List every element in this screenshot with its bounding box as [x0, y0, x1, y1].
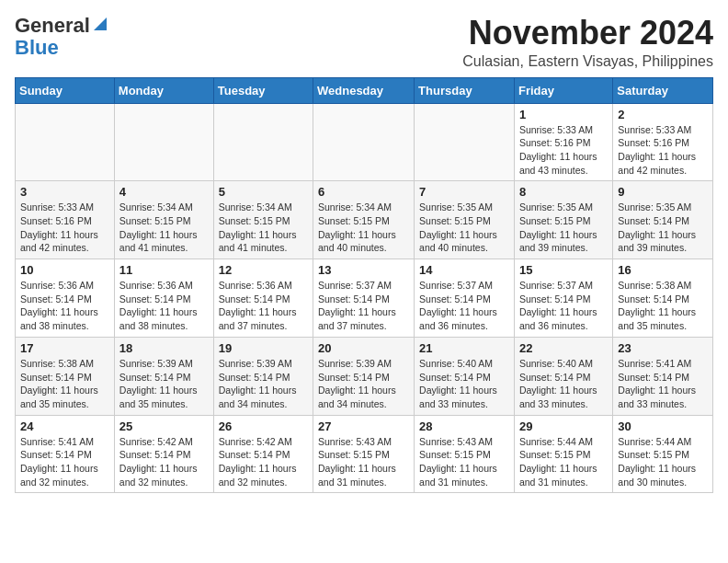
day-number: 2: [618, 108, 708, 121]
cell-info: Sunrise: 5:44 AMSunset: 5:15 PMDaylight:…: [519, 435, 608, 489]
cell-info: Sunrise: 5:33 AMSunset: 5:16 PMDaylight:…: [618, 123, 708, 178]
day-number: 12: [219, 263, 308, 277]
weekday-header-tuesday: Tuesday: [213, 77, 313, 103]
cell-info: Sunrise: 5:41 AMSunset: 5:14 PMDaylight:…: [20, 435, 109, 489]
cell-info: Sunrise: 5:39 AMSunset: 5:14 PMDaylight:…: [219, 357, 308, 411]
day-number: 24: [20, 419, 109, 433]
calendar-cell: [415, 103, 515, 181]
day-number: 18: [119, 341, 209, 355]
day-number: 16: [618, 263, 708, 277]
calendar-cell: 26Sunrise: 5:42 AMSunset: 5:14 PMDayligh…: [213, 415, 313, 493]
cell-info: Sunrise: 5:33 AMSunset: 5:16 PMDaylight:…: [20, 201, 109, 255]
cell-info: Sunrise: 5:34 AMSunset: 5:15 PMDaylight:…: [219, 201, 308, 255]
calendar-week-row: 24Sunrise: 5:41 AMSunset: 5:14 PMDayligh…: [16, 415, 713, 493]
cell-info: Sunrise: 5:44 AMSunset: 5:15 PMDaylight:…: [618, 435, 708, 489]
cell-info: Sunrise: 5:39 AMSunset: 5:14 PMDaylight:…: [318, 357, 409, 411]
cell-info: Sunrise: 5:42 AMSunset: 5:14 PMDaylight:…: [119, 435, 209, 489]
day-number: 9: [618, 185, 708, 199]
logo-triangle-icon: [92, 16, 108, 32]
calendar-cell: 5Sunrise: 5:34 AMSunset: 5:15 PMDaylight…: [213, 181, 313, 259]
day-number: 27: [318, 419, 409, 433]
cell-info: Sunrise: 5:43 AMSunset: 5:15 PMDaylight:…: [318, 435, 409, 489]
calendar-cell: 28Sunrise: 5:43 AMSunset: 5:15 PMDayligh…: [415, 415, 515, 493]
cell-info: Sunrise: 5:43 AMSunset: 5:15 PMDaylight:…: [419, 435, 509, 489]
cell-info: Sunrise: 5:35 AMSunset: 5:15 PMDaylight:…: [519, 201, 608, 255]
day-number: 11: [119, 263, 209, 277]
logo-text-blue: Blue: [15, 36, 59, 59]
weekday-header-saturday: Saturday: [613, 77, 713, 103]
cell-info: Sunrise: 5:40 AMSunset: 5:14 PMDaylight:…: [519, 357, 608, 411]
calendar-week-row: 1Sunrise: 5:33 AMSunset: 5:16 PMDaylight…: [16, 103, 713, 181]
cell-info: Sunrise: 5:36 AMSunset: 5:14 PMDaylight:…: [20, 279, 109, 333]
calendar-cell: 13Sunrise: 5:37 AMSunset: 5:14 PMDayligh…: [313, 259, 415, 338]
day-number: 29: [519, 419, 608, 433]
calendar-table: SundayMondayTuesdayWednesdayThursdayFrid…: [15, 77, 713, 494]
day-number: 22: [519, 341, 608, 355]
day-number: 6: [318, 185, 409, 199]
calendar-week-row: 17Sunrise: 5:38 AMSunset: 5:14 PMDayligh…: [16, 337, 713, 415]
calendar-cell: 21Sunrise: 5:40 AMSunset: 5:14 PMDayligh…: [415, 337, 515, 415]
location: Culasian, Eastern Visayas, Philippines: [462, 53, 713, 70]
calendar-week-row: 3Sunrise: 5:33 AMSunset: 5:16 PMDaylight…: [16, 181, 713, 259]
day-number: 14: [419, 263, 509, 277]
calendar-cell: 2Sunrise: 5:33 AMSunset: 5:16 PMDaylight…: [613, 103, 713, 181]
cell-info: Sunrise: 5:39 AMSunset: 5:14 PMDaylight:…: [119, 357, 209, 411]
day-number: 7: [419, 185, 509, 199]
logo: General Blue: [15, 15, 108, 59]
day-number: 20: [318, 341, 409, 355]
day-number: 13: [318, 263, 409, 277]
day-number: 17: [20, 341, 109, 355]
day-number: 8: [519, 185, 608, 199]
calendar-cell: [16, 103, 115, 181]
calendar-cell: 10Sunrise: 5:36 AMSunset: 5:14 PMDayligh…: [16, 259, 115, 338]
calendar-week-row: 10Sunrise: 5:36 AMSunset: 5:14 PMDayligh…: [16, 259, 713, 338]
cell-info: Sunrise: 5:33 AMSunset: 5:16 PMDaylight:…: [519, 123, 608, 178]
calendar-cell: [114, 103, 213, 181]
logo-text-general: General: [15, 15, 90, 37]
calendar-cell: 7Sunrise: 5:35 AMSunset: 5:15 PMDaylight…: [415, 181, 515, 259]
calendar-cell: 29Sunrise: 5:44 AMSunset: 5:15 PMDayligh…: [514, 415, 612, 493]
svg-marker-0: [94, 17, 107, 30]
weekday-header-friday: Friday: [514, 77, 612, 103]
calendar-cell: 1Sunrise: 5:33 AMSunset: 5:16 PMDaylight…: [514, 103, 612, 181]
day-number: 15: [519, 263, 608, 277]
day-number: 10: [20, 263, 109, 277]
calendar-cell: 9Sunrise: 5:35 AMSunset: 5:14 PMDaylight…: [613, 181, 713, 259]
day-number: 30: [618, 419, 708, 433]
calendar-cell: 15Sunrise: 5:37 AMSunset: 5:14 PMDayligh…: [514, 259, 612, 338]
calendar-cell: 19Sunrise: 5:39 AMSunset: 5:14 PMDayligh…: [213, 337, 313, 415]
month-year: November 2024: [462, 15, 713, 52]
cell-info: Sunrise: 5:35 AMSunset: 5:15 PMDaylight:…: [419, 201, 509, 255]
calendar-cell: 12Sunrise: 5:36 AMSunset: 5:14 PMDayligh…: [213, 259, 313, 338]
day-number: 3: [20, 185, 109, 199]
calendar-cell: 24Sunrise: 5:41 AMSunset: 5:14 PMDayligh…: [16, 415, 115, 493]
cell-info: Sunrise: 5:36 AMSunset: 5:14 PMDaylight:…: [119, 279, 209, 333]
cell-info: Sunrise: 5:37 AMSunset: 5:14 PMDaylight:…: [419, 279, 509, 333]
calendar-cell: 4Sunrise: 5:34 AMSunset: 5:15 PMDaylight…: [114, 181, 213, 259]
day-number: 19: [219, 341, 308, 355]
cell-info: Sunrise: 5:37 AMSunset: 5:14 PMDaylight:…: [519, 279, 608, 333]
weekday-header-thursday: Thursday: [415, 77, 515, 103]
cell-info: Sunrise: 5:37 AMSunset: 5:14 PMDaylight:…: [318, 279, 409, 333]
calendar-cell: 20Sunrise: 5:39 AMSunset: 5:14 PMDayligh…: [313, 337, 415, 415]
calendar-cell: 18Sunrise: 5:39 AMSunset: 5:14 PMDayligh…: [114, 337, 213, 415]
day-number: 21: [419, 341, 509, 355]
calendar-cell: 16Sunrise: 5:38 AMSunset: 5:14 PMDayligh…: [613, 259, 713, 338]
cell-info: Sunrise: 5:41 AMSunset: 5:14 PMDaylight:…: [618, 357, 708, 411]
day-number: 26: [219, 419, 308, 433]
day-number: 25: [119, 419, 209, 433]
day-number: 23: [618, 341, 708, 355]
calendar-cell: 17Sunrise: 5:38 AMSunset: 5:14 PMDayligh…: [16, 337, 115, 415]
weekday-header-monday: Monday: [114, 77, 213, 103]
calendar-cell: [213, 103, 313, 181]
cell-info: Sunrise: 5:42 AMSunset: 5:14 PMDaylight:…: [219, 435, 308, 489]
calendar-header-row: SundayMondayTuesdayWednesdayThursdayFrid…: [16, 77, 713, 103]
cell-info: Sunrise: 5:40 AMSunset: 5:14 PMDaylight:…: [419, 357, 509, 411]
calendar-cell: 25Sunrise: 5:42 AMSunset: 5:14 PMDayligh…: [114, 415, 213, 493]
calendar-cell: 11Sunrise: 5:36 AMSunset: 5:14 PMDayligh…: [114, 259, 213, 338]
weekday-header-sunday: Sunday: [16, 77, 115, 103]
day-number: 28: [419, 419, 509, 433]
calendar-cell: 3Sunrise: 5:33 AMSunset: 5:16 PMDaylight…: [16, 181, 115, 259]
cell-info: Sunrise: 5:38 AMSunset: 5:14 PMDaylight:…: [618, 279, 708, 333]
calendar-cell: [313, 103, 415, 181]
